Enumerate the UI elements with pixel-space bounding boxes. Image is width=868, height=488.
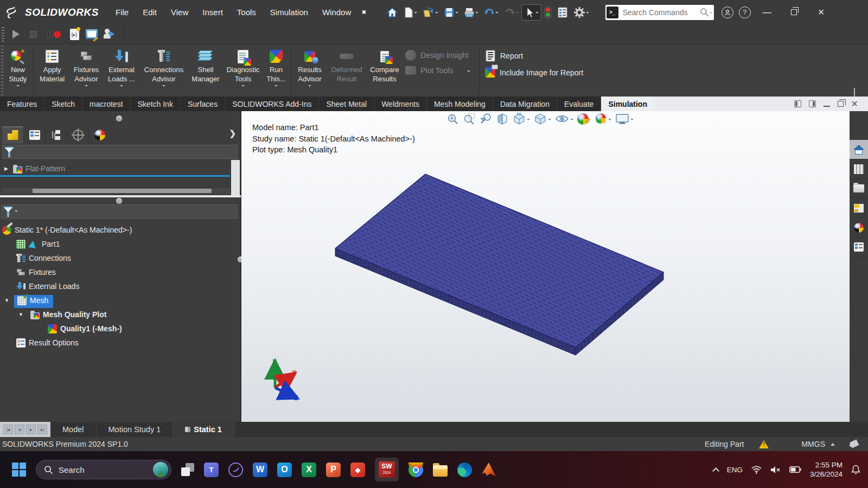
menu-insert[interactable]: Insert: [196, 4, 229, 20]
menu-edit[interactable]: Edit: [137, 4, 163, 20]
wifi-icon[interactable]: [751, 466, 762, 474]
stop-macro-button[interactable]: [26, 28, 40, 41]
undo-dropdown[interactable]: [495, 12, 499, 15]
run-this-button[interactable]: RunThis...: [263, 44, 290, 97]
print-button[interactable]: [462, 5, 481, 20]
tree-item-flat-pattern[interactable]: ▶ Flat-Pattern: [4, 162, 65, 175]
last-tab-button[interactable]: ▸|: [37, 425, 47, 434]
tab-surfaces[interactable]: Surfaces: [181, 97, 225, 111]
tab-simulation[interactable]: Simulation: [601, 97, 654, 111]
diagnostic-tools-button[interactable]: DiagnosticTools: [224, 44, 263, 97]
menu-file[interactable]: File: [110, 4, 135, 20]
user-account-icon[interactable]: [722, 7, 733, 18]
units-text[interactable]: MMGS: [801, 440, 825, 448]
new-study-button[interactable]: ✳ NewStudy: [4, 44, 32, 97]
print-dropdown[interactable]: [475, 12, 478, 15]
notification-bell-icon[interactable]: [851, 465, 860, 474]
taskbar-search[interactable]: Search: [36, 460, 171, 479]
expander-icon[interactable]: ▼: [4, 298, 10, 303]
results-advisor-button[interactable]: ResultsAdvisor: [292, 44, 327, 97]
file-explorer-pane-button[interactable]: [850, 179, 868, 198]
word-app-icon[interactable]: W: [253, 463, 267, 477]
powerpoint-app-icon[interactable]: P: [326, 463, 341, 477]
connections-advisor-button[interactable]: ConnectionsAdvisor: [140, 44, 188, 97]
task-view-button[interactable]: [181, 463, 194, 476]
record-pause-macro-button[interactable]: [43, 28, 64, 41]
pin-menu-icon[interactable]: ✦: [358, 6, 370, 18]
home-button[interactable]: [384, 5, 400, 20]
pane-close-icon[interactable]: ✕: [851, 100, 858, 108]
tab-property-manager[interactable]: [24, 126, 46, 144]
run-macro-button[interactable]: [9, 28, 23, 41]
undo-button[interactable]: [482, 5, 501, 20]
tab-display-manager[interactable]: [89, 126, 111, 144]
options-dropdown[interactable]: [586, 12, 589, 15]
menu-view[interactable]: View: [165, 4, 194, 20]
window-close-button[interactable]: ×: [810, 4, 832, 21]
window-restore-button[interactable]: [783, 4, 805, 21]
battery-icon[interactable]: [789, 466, 801, 473]
search-commands-box[interactable]: >_ Search Commands: [605, 5, 714, 20]
tab-sketch[interactable]: Sketch: [44, 97, 82, 111]
options-button[interactable]: [571, 5, 591, 20]
flyout-horizontal-scrollbar[interactable]: [1, 188, 230, 194]
flyout-vertical-scrollbar[interactable]: [231, 160, 240, 197]
excel-app-icon[interactable]: X: [302, 463, 316, 477]
volume-muted-icon[interactable]: [770, 466, 781, 474]
results-advisor-dropdown[interactable]: [308, 85, 311, 88]
fixtures-advisor-dropdown[interactable]: [85, 85, 88, 88]
file-properties-button[interactable]: [555, 5, 570, 20]
open-dropdown[interactable]: [435, 12, 438, 15]
graphics-viewport[interactable]: Model name: Part1 Study name: Static 1(-…: [241, 111, 850, 422]
appearances-scenes-button[interactable]: [850, 218, 868, 237]
include-image-for-report-button[interactable]: Include Image for Report: [485, 67, 583, 78]
window-minimize-button[interactable]: —: [756, 4, 778, 21]
tab-mesh-modeling[interactable]: Mesh Modeling: [427, 97, 493, 111]
tree-item-connections[interactable]: Connections: [16, 252, 71, 265]
tab-features[interactable]: Features: [0, 97, 44, 111]
open-button[interactable]: [420, 5, 441, 20]
tab-motion-study-1[interactable]: Motion Study 1: [97, 422, 174, 437]
start-button[interactable]: [12, 463, 26, 477]
tab-evaluate[interactable]: Evaluate: [557, 97, 601, 111]
red-diamond-app-icon[interactable]: ◆: [350, 463, 365, 477]
expander-icon[interactable]: ▶: [4, 166, 10, 171]
tab-static-1[interactable]: Static 1: [173, 422, 234, 437]
panel-expand-arrow[interactable]: ❯: [229, 129, 236, 138]
teams-app-icon[interactable]: T: [204, 463, 219, 477]
first-tab-button[interactable]: |◂: [3, 425, 13, 434]
tab-macrotest[interactable]: macrotest: [82, 97, 130, 111]
new-study-dropdown[interactable]: [16, 85, 20, 88]
pane-restore-icon[interactable]: [838, 101, 844, 107]
ribbon-collapse-button[interactable]: [854, 89, 861, 93]
tab-sheet-metal[interactable]: Sheet Metal: [319, 97, 374, 111]
new-macro-button[interactable]: {▸}: [67, 28, 81, 41]
tab-weldments[interactable]: Weldments: [374, 97, 427, 111]
tree-item-part1[interactable]: Part1: [16, 237, 60, 251]
new-document-button[interactable]: [401, 5, 419, 20]
tray-expand-icon[interactable]: [712, 467, 719, 474]
tab-sketch-ink[interactable]: Sketch Ink: [131, 97, 181, 111]
rebuild-button[interactable]: [542, 4, 554, 21]
redo-button[interactable]: [502, 5, 521, 20]
connections-advisor-dropdown[interactable]: [162, 85, 165, 88]
macro-user-button[interactable]: [102, 28, 116, 41]
compare-results-button[interactable]: CompareResults: [366, 44, 403, 97]
edge-app-icon[interactable]: [457, 463, 472, 477]
tree-item-external-loads[interactable]: External Loads: [16, 280, 79, 293]
view-palette-button[interactable]: [850, 198, 868, 218]
search-icon[interactable]: [700, 8, 710, 17]
search-dropdown[interactable]: [710, 12, 713, 15]
menu-window[interactable]: Window: [316, 4, 357, 20]
tree-item-study-root[interactable]: Static 1* (-Default<As Machined>-): [2, 223, 132, 236]
file-explorer-app-icon[interactable]: [433, 465, 448, 477]
help-icon[interactable]: ?: [739, 7, 751, 18]
simulation-filter-box[interactable]: [1, 204, 238, 219]
solidworks-app-active[interactable]: SW2024: [375, 458, 399, 481]
tab-configuration-manager[interactable]: [46, 126, 67, 144]
menu-simulation[interactable]: Simulation: [264, 4, 314, 20]
task-pane-home-button[interactable]: [850, 140, 868, 159]
apply-material-button[interactable]: ApplyMaterial: [35, 44, 69, 97]
matlab-app-icon[interactable]: [482, 463, 496, 477]
feature-filter-box[interactable]: [2, 145, 238, 159]
